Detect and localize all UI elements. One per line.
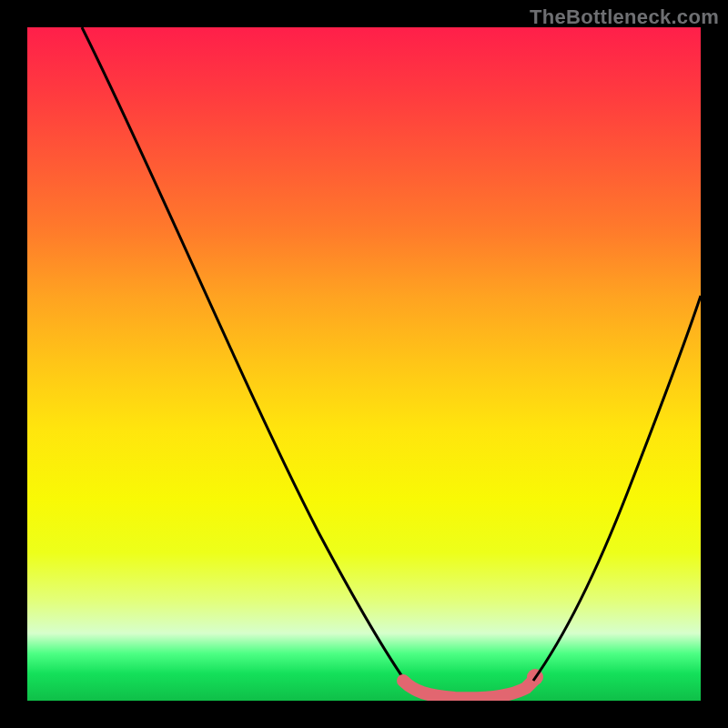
left-curve	[82, 27, 410, 687]
right-curve	[533, 296, 701, 681]
chart-frame: TheBottleneck.com	[0, 0, 728, 728]
curve-svg	[27, 27, 701, 701]
plot-area	[27, 27, 701, 701]
watermark-text: TheBottleneck.com	[530, 5, 719, 29]
valley-floor	[403, 679, 535, 698]
